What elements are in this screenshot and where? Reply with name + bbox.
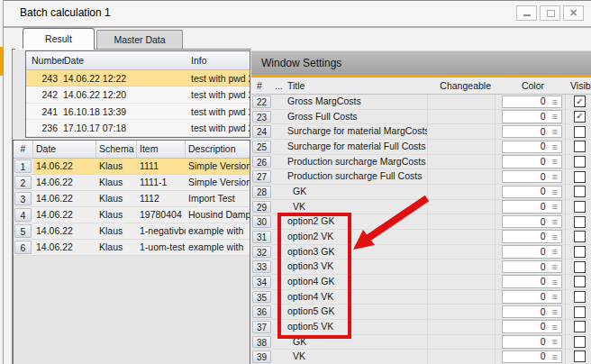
row-header-cell[interactable]: 3 [14, 192, 32, 205]
minimize-button[interactable] [516, 5, 537, 21]
visible-checkbox[interactable]: ✓ [574, 141, 586, 152]
row-header-cell[interactable]: 32 [252, 246, 271, 259]
dropdown-handle-icon[interactable]: ≡ [552, 322, 558, 332]
row-header-cell[interactable]: 22 [252, 96, 271, 108]
result-grid-row[interactable]: 5 14.06.22 Klaus 1-negativbo example wit… [14, 223, 250, 240]
window-titlebar[interactable]: Batch calculation 1 ✕ [4, 1, 591, 26]
column-header-info[interactable]: Info [188, 51, 250, 69]
visible-checkbox[interactable]: ✓ [574, 276, 586, 287]
dropdown-handle-icon[interactable]: ≡ [552, 306, 558, 317]
window-settings-row[interactable]: 26 Production surcharge MargCosts 0 ≡ ✓ [251, 155, 591, 170]
row-header-cell[interactable]: 1 [14, 159, 32, 173]
dropdown-handle-icon[interactable]: ≡ [552, 336, 558, 347]
window-settings-row[interactable]: 33 option3 VK 0 ≡ ✓ [251, 259, 591, 275]
color-value-editor[interactable]: 0 ≡ [502, 320, 562, 333]
batch-list-row[interactable]: 236 17.10.17 07:18 test with pwd 2 [26, 120, 250, 136]
row-header-cell[interactable]: 37 [252, 321, 271, 333]
dropdown-handle-icon[interactable]: ≡ [552, 232, 558, 242]
window-settings-row[interactable]: 27 Production surcharge Full Costs 0 ≡ ✓ [251, 169, 591, 185]
dropdown-handle-icon[interactable]: ≡ [552, 216, 558, 227]
window-settings-row[interactable]: 25 Surcharge for material Full Costs 0 ≡… [251, 140, 591, 155]
color-value-editor[interactable]: 0 ≡ [502, 170, 562, 184]
result-grid-row[interactable]: 6 14.06.22 Klaus 1-uom-test example with [14, 240, 250, 256]
row-header-cell[interactable]: 30 [252, 215, 271, 228]
dropdown-handle-icon[interactable]: ≡ [552, 277, 558, 287]
row-header-cell[interactable]: 2 [14, 176, 32, 189]
tab-result[interactable]: Result [23, 28, 95, 50]
color-value-editor[interactable]: 0 ≡ [502, 110, 562, 123]
dropdown-handle-icon[interactable]: ≡ [552, 171, 558, 182]
color-value-editor[interactable]: 0 ≡ [502, 230, 562, 243]
visible-checkbox[interactable]: ✓ [574, 96, 586, 107]
dropdown-handle-icon[interactable]: ≡ [552, 141, 558, 152]
visible-checkbox[interactable]: ✓ [574, 216, 586, 228]
row-header-cell[interactable]: 39 [252, 350, 271, 363]
row-header-cell[interactable]: 38 [252, 336, 271, 349]
dropdown-handle-icon[interactable]: ≡ [552, 96, 558, 107]
row-header-cell[interactable]: 5 [14, 224, 32, 238]
color-value-editor[interactable]: 0 ≡ [502, 215, 562, 229]
row-header-cell[interactable]: 28 [252, 186, 271, 198]
dropdown-handle-icon[interactable]: ≡ [552, 156, 558, 167]
visible-checkbox[interactable]: ✓ [574, 321, 586, 332]
window-settings-row[interactable]: 35 option4 VK 0 ≡ ✓ [251, 290, 591, 305]
column-header-description[interactable]: Description [186, 141, 250, 158]
dropdown-handle-icon[interactable]: ≡ [552, 187, 558, 197]
column-header-color[interactable]: Color [496, 77, 566, 94]
window-settings-row[interactable]: 30 option2 GK 0 ≡ ✓ [251, 214, 591, 230]
window-settings-row[interactable]: 23 Gross Full Costs 0 ≡ ✓ [251, 110, 591, 125]
visible-checkbox[interactable]: ✓ [574, 171, 586, 183]
column-header-date[interactable]: Date [33, 141, 96, 158]
window-settings-row[interactable]: 31 option2 VK 0 ≡ ✓ [251, 230, 591, 245]
visible-checkbox[interactable]: ✓ [574, 291, 586, 303]
visible-checkbox[interactable]: ✓ [574, 231, 586, 242]
column-header-date[interactable]: Date [60, 51, 188, 69]
dropdown-handle-icon[interactable]: ≡ [552, 351, 558, 362]
row-header-cell[interactable]: 4 [14, 208, 32, 222]
window-settings-row[interactable]: 24 Surcharge for material MargCosts 0 ≡ … [251, 124, 591, 140]
dropdown-handle-icon[interactable]: ≡ [552, 201, 558, 212]
row-header-cell[interactable]: 26 [252, 156, 271, 168]
result-grid-row[interactable]: 2 14.06.22 Klaus 1111-1 Simple Version [14, 175, 250, 191]
row-header-cell[interactable]: 36 [252, 305, 271, 318]
color-value-editor[interactable]: 0 ≡ [502, 200, 562, 214]
column-header-item[interactable]: Item [137, 141, 186, 158]
color-value-editor[interactable]: 0 ≡ [502, 125, 562, 139]
dropdown-handle-icon[interactable]: ≡ [552, 111, 558, 122]
row-header-cell[interactable]: 33 [252, 260, 271, 273]
color-value-editor[interactable]: 0 ≡ [502, 305, 562, 319]
visible-checkbox[interactable]: ✓ [574, 126, 586, 138]
row-header-cell[interactable]: 29 [252, 201, 271, 214]
maximize-button[interactable] [540, 5, 560, 21]
color-value-editor[interactable]: 0 ≡ [502, 186, 562, 199]
column-header-changeable[interactable]: Changeable [428, 77, 496, 94]
color-value-editor[interactable]: 0 ≡ [502, 350, 562, 364]
result-grid-row[interactable]: 3 14.06.22 Klaus 1112 Import Test [14, 191, 250, 207]
color-value-editor[interactable]: 0 ≡ [502, 96, 562, 109]
row-header-cell[interactable]: 24 [252, 125, 271, 138]
window-settings-row[interactable]: 38 GK 0 ≡ ✓ [251, 335, 591, 350]
column-header-rownum[interactable]: # [14, 141, 33, 158]
visible-checkbox[interactable]: ✓ [574, 306, 586, 318]
visible-checkbox[interactable]: ✓ [574, 186, 586, 197]
color-value-editor[interactable]: 0 ≡ [502, 260, 562, 274]
window-settings-row[interactable]: 34 option4 GK 0 ≡ ✓ [251, 275, 591, 290]
window-settings-row[interactable]: 37 option5 VK 0 ≡ ✓ [251, 320, 591, 335]
column-header-ellipsis[interactable]: ... [273, 77, 286, 94]
row-header-cell[interactable]: 6 [14, 241, 32, 254]
batch-list-row[interactable]: 241 16.10.18 13:39 test with pwd 2 [26, 104, 250, 120]
row-header-cell[interactable]: 27 [252, 170, 271, 183]
row-header-cell[interactable]: 31 [252, 231, 271, 243]
window-settings-row[interactable]: 28 GK 0 ≡ ✓ [251, 185, 591, 200]
column-header-rownum[interactable]: # [251, 77, 273, 94]
dropdown-handle-icon[interactable]: ≡ [552, 261, 558, 272]
column-header-number[interactable]: Number [26, 51, 60, 69]
visible-checkbox[interactable]: ✓ [574, 111, 586, 123]
visible-checkbox[interactable]: ✓ [574, 350, 586, 362]
row-header-cell[interactable]: 23 [252, 111, 271, 123]
visible-checkbox[interactable]: ✓ [574, 336, 586, 348]
visible-checkbox[interactable]: ✓ [574, 261, 586, 273]
color-value-editor[interactable]: 0 ≡ [502, 141, 562, 154]
row-header-cell[interactable]: 35 [252, 291, 271, 304]
tab-master-data[interactable]: Master Data [96, 30, 183, 50]
